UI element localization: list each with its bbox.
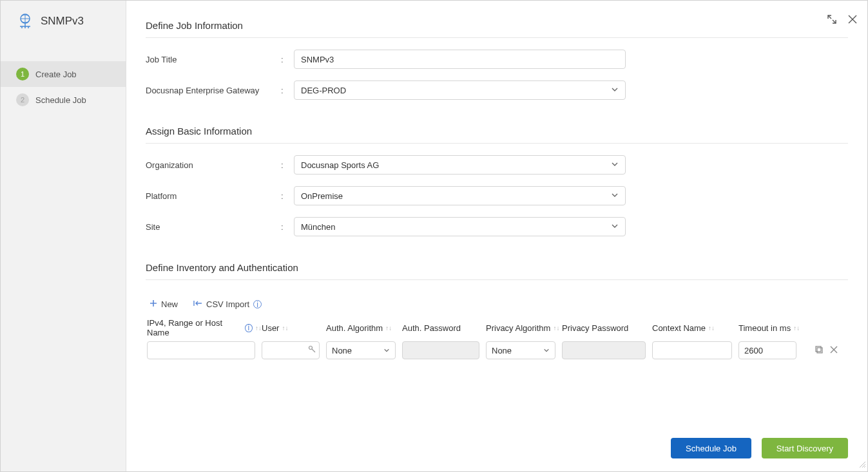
label-platform: Platform	[146, 191, 281, 201]
input-priv-pw	[562, 341, 646, 359]
svg-rect-11	[816, 346, 821, 352]
sort-icon[interactable]: ↑↓	[793, 325, 800, 332]
sort-icon[interactable]: ↑↓	[255, 325, 262, 332]
sort-icon[interactable]: ↑↓	[385, 325, 392, 332]
label-organization: Organization	[146, 160, 281, 170]
csv-label: CSV Import	[206, 299, 249, 309]
grid-header: IPv4, Range or Host Name i ↑↓ User ↑↓ Au…	[146, 318, 848, 341]
row-job-title: Job Title :	[146, 50, 848, 69]
inventory-toolbar: New CSV Import i	[146, 292, 848, 318]
select-site-value: München	[301, 222, 335, 232]
input-ipv4[interactable]	[147, 341, 255, 359]
input-context[interactable]	[652, 341, 732, 359]
input-auth-pw	[402, 341, 479, 359]
svg-line-15	[864, 466, 865, 467]
col-ipv4[interactable]: IPv4, Range or Host Name i ↑↓	[146, 318, 262, 337]
select-auth-alg[interactable]: None	[326, 341, 396, 359]
label-site: Site	[146, 222, 281, 232]
step-badge: 2	[16, 93, 29, 106]
info-icon[interactable]: i	[253, 300, 262, 308]
sidebar: SNMPv3 1 Create Job 2 Schedule Job	[1, 1, 126, 471]
maximize-icon[interactable]	[826, 14, 838, 25]
chevron-down-icon	[611, 86, 619, 95]
input-job-title[interactable]	[294, 50, 626, 69]
svg-line-10	[312, 349, 315, 352]
row-platform: Platform : OnPremise	[146, 186, 848, 205]
sort-icon[interactable]: ↑↓	[708, 325, 715, 332]
start-discovery-button[interactable]: Start Discovery	[762, 438, 848, 458]
col-priv-pw: Privacy Password	[562, 318, 652, 337]
schedule-job-button[interactable]: Schedule Job	[671, 438, 751, 458]
select-platform[interactable]: OnPremise	[294, 186, 626, 205]
window-controls	[826, 14, 858, 25]
col-priv-alg[interactable]: Privacy Algorithm ↑↓	[486, 318, 562, 337]
csv-import-button[interactable]: CSV Import i	[193, 299, 262, 309]
chevron-down-icon	[611, 160, 619, 170]
section-assign-basic: Assign Basic Information	[146, 126, 848, 144]
resize-handle-icon[interactable]	[858, 460, 866, 470]
sort-icon[interactable]: ↑↓	[282, 325, 288, 332]
select-site[interactable]: München	[294, 217, 626, 236]
new-label: New	[161, 299, 178, 309]
chevron-down-icon	[611, 191, 619, 201]
grid-row: None None	[146, 341, 848, 359]
step-list: 1 Create Job 2 Schedule Job	[1, 61, 126, 113]
select-organization[interactable]: Docusnap Sports AG	[294, 155, 626, 175]
inventory-grid: IPv4, Range or Host Name i ↑↓ User ↑↓ Au…	[146, 318, 848, 359]
col-timeout[interactable]: Timeout in ms ↑↓	[738, 318, 803, 337]
key-icon[interactable]	[308, 345, 316, 355]
step-schedule-job[interactable]: 2 Schedule Job	[1, 87, 126, 113]
label-job-title: Job Title	[146, 55, 281, 64]
close-icon[interactable]	[847, 14, 858, 25]
col-auth-alg[interactable]: Auth. Algorithm ↑↓	[326, 318, 402, 337]
content: Define Job Information Job Title : Docus…	[126, 1, 867, 359]
info-icon[interactable]: i	[245, 324, 253, 332]
input-timeout[interactable]	[738, 341, 796, 359]
main-panel: Define Job Information Job Title : Docus…	[126, 1, 867, 471]
footer: Schedule Job Start Discovery	[671, 438, 848, 458]
step-label: Schedule Job	[35, 95, 86, 105]
select-platform-value: OnPremise	[301, 191, 343, 201]
step-create-job[interactable]: 1 Create Job	[1, 61, 126, 87]
copy-row-icon[interactable]	[815, 345, 824, 356]
import-icon	[193, 299, 202, 309]
plus-icon	[149, 299, 157, 309]
sidebar-title: SNMPv3	[41, 15, 84, 28]
col-user[interactable]: User ↑↓	[262, 318, 326, 337]
row-site: Site : München	[146, 217, 848, 236]
section-inventory: Define Inventory and Authentication	[146, 262, 848, 280]
chevron-down-icon	[383, 346, 390, 355]
label-gateway: Docusnap Enterprise Gateway	[146, 86, 281, 95]
col-auth-pw: Auth. Password	[402, 318, 486, 337]
sort-icon[interactable]: ↑↓	[553, 325, 559, 332]
select-gateway[interactable]: DEG-PROD	[294, 80, 626, 100]
sidebar-header: SNMPv3	[1, 1, 126, 42]
svg-point-9	[309, 346, 313, 350]
select-priv-alg[interactable]: None	[486, 341, 555, 359]
col-ctx[interactable]: Context Name ↑↓	[652, 318, 738, 337]
select-gateway-value: DEG-PROD	[301, 86, 346, 95]
section-define-job: Define Job Information	[146, 20, 848, 38]
select-organization-value: Docusnap Sports AG	[301, 160, 379, 170]
snmp-icon	[16, 12, 34, 30]
delete-row-icon[interactable]	[830, 345, 838, 356]
step-badge: 1	[16, 68, 29, 80]
svg-rect-12	[817, 348, 822, 353]
chevron-down-icon	[543, 346, 550, 355]
step-label: Create Job	[35, 70, 77, 79]
row-gateway: Docusnap Enterprise Gateway : DEG-PROD	[146, 80, 848, 100]
chevron-down-icon	[611, 222, 619, 232]
new-button[interactable]: New	[149, 299, 178, 309]
row-organization: Organization : Docusnap Sports AG	[146, 155, 848, 175]
